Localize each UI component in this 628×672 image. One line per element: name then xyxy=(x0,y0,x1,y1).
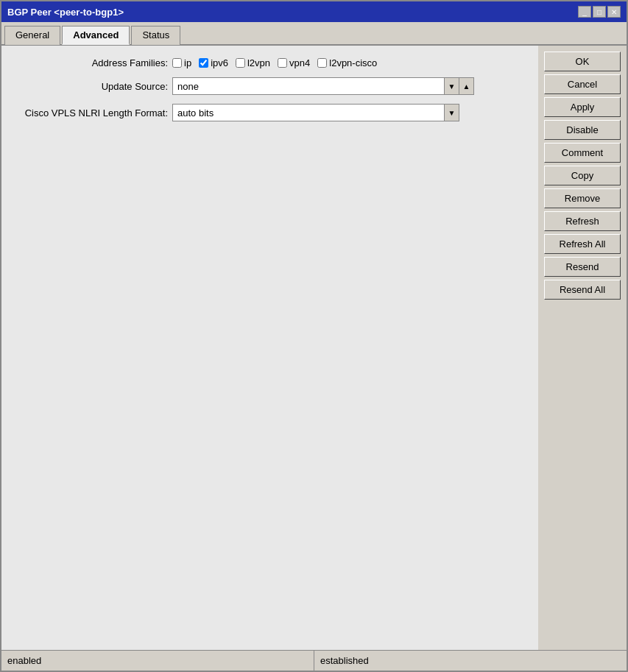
address-families-label: Address Families: xyxy=(13,57,168,68)
cisco-vpls-dropdown-btn[interactable]: ▼ xyxy=(445,104,459,121)
resend-button[interactable]: Resend xyxy=(544,257,621,277)
ip-checkbox-item: ip xyxy=(172,57,191,68)
minimize-button[interactable]: _ xyxy=(578,6,591,18)
vpn4-label: vpn4 xyxy=(289,57,310,68)
l2vpn-label: l2vpn xyxy=(247,57,270,68)
status-bar: enabled established xyxy=(1,650,627,671)
refresh-button[interactable]: Refresh xyxy=(544,211,621,231)
main-area: Address Families: ip ipv6 l2vpn xyxy=(1,46,627,650)
maximize-button[interactable]: □ xyxy=(593,6,606,18)
enabled-status-text: enabled xyxy=(7,655,41,666)
sidebar-buttons: OK Cancel Apply Disable Comment Copy Rem… xyxy=(538,46,627,650)
update-source-field[interactable]: none xyxy=(172,77,445,95)
ip-checkbox[interactable] xyxy=(172,58,182,68)
cisco-vpls-row: Cisco VPLS NLRI Length Format: auto bits… xyxy=(13,104,526,121)
ip-label: ip xyxy=(184,57,191,68)
address-families-checkboxes: ip ipv6 l2vpn vpn4 xyxy=(172,57,377,68)
tab-general[interactable]: General xyxy=(4,26,60,45)
ipv6-label: ipv6 xyxy=(211,57,228,68)
ipv6-checkbox[interactable] xyxy=(199,58,208,68)
enabled-status: enabled xyxy=(1,651,314,671)
remove-button[interactable]: Remove xyxy=(544,188,621,208)
window-body: General Advanced Status Address Families… xyxy=(1,22,627,671)
tabs-row: General Advanced Status xyxy=(1,22,627,46)
established-status: established xyxy=(314,651,627,671)
comment-button[interactable]: Comment xyxy=(544,143,621,163)
established-status-text: established xyxy=(320,655,369,666)
cisco-vpls-value: auto bits xyxy=(177,107,214,119)
content-panel: Address Families: ip ipv6 l2vpn xyxy=(1,46,538,650)
l2vpn-cisco-checkbox[interactable] xyxy=(317,58,327,68)
cisco-vpls-select-row: auto bits ▼ xyxy=(172,104,459,121)
refresh-all-button[interactable]: Refresh All xyxy=(544,234,621,254)
update-source-value: none xyxy=(177,81,199,92)
l2vpn-cisco-label: l2vpn-cisco xyxy=(329,57,377,68)
apply-button[interactable]: Apply xyxy=(544,97,621,117)
tab-status[interactable]: Status xyxy=(131,26,180,45)
ipv6-checkbox-item: ipv6 xyxy=(199,57,228,68)
tab-advanced[interactable]: Advanced xyxy=(62,26,130,45)
disable-button[interactable]: Disable xyxy=(544,120,621,140)
window-title: BGP Peer <peer-to-bgp1> xyxy=(7,7,124,18)
cancel-button[interactable]: Cancel xyxy=(544,74,621,94)
l2vpn-checkbox[interactable] xyxy=(236,58,245,68)
vpn4-checkbox[interactable] xyxy=(278,58,287,68)
update-source-label: Update Source: xyxy=(13,81,168,92)
cisco-vpls-field[interactable]: auto bits xyxy=(172,104,445,121)
l2vpn-cisco-checkbox-item: l2vpn-cisco xyxy=(317,57,377,68)
update-source-select-row: none ▼ ▲ xyxy=(172,77,474,95)
update-source-row: Update Source: none ▼ ▲ xyxy=(13,77,526,95)
l2vpn-checkbox-item: l2vpn xyxy=(236,57,270,68)
ok-button[interactable]: OK xyxy=(544,52,621,71)
close-button[interactable]: ✕ xyxy=(607,6,621,18)
resend-all-button[interactable]: Resend All xyxy=(544,280,621,300)
title-bar: BGP Peer <peer-to-bgp1> _ □ ✕ xyxy=(1,1,627,22)
copy-button[interactable]: Copy xyxy=(544,166,621,185)
update-source-up-btn[interactable]: ▲ xyxy=(459,77,474,95)
vpn4-checkbox-item: vpn4 xyxy=(278,57,310,68)
update-source-dropdown-btn[interactable]: ▼ xyxy=(445,77,459,95)
cisco-vpls-label: Cisco VPLS NLRI Length Format: xyxy=(13,107,168,119)
address-families-row: Address Families: ip ipv6 l2vpn xyxy=(13,57,526,68)
window-controls: _ □ ✕ xyxy=(578,6,621,18)
main-window: BGP Peer <peer-to-bgp1> _ □ ✕ General Ad… xyxy=(0,0,628,672)
